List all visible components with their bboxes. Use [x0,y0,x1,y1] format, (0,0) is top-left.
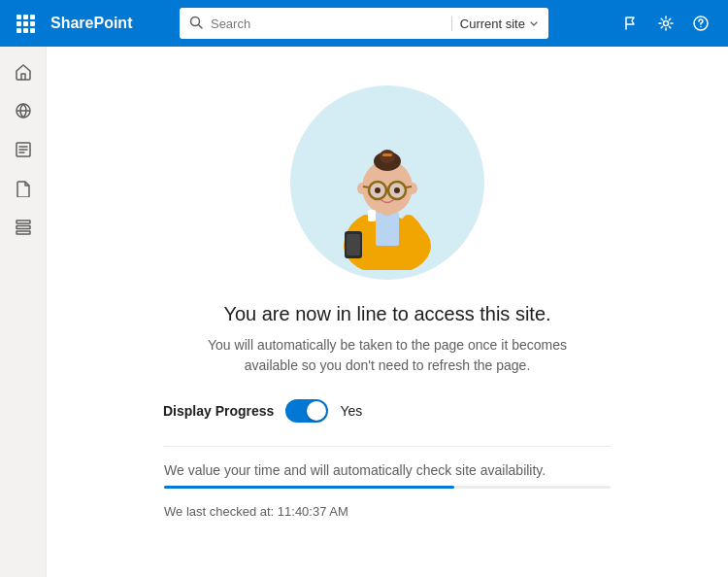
search-icon [189,16,203,32]
search-scope-selector[interactable]: Current site [451,17,539,31]
search-bar: Current site [180,8,548,39]
search-input[interactable] [211,17,444,31]
svg-point-25 [394,187,400,193]
svg-point-24 [375,187,381,193]
last-checked-text: We last checked at: 11:40:37 AM [164,504,611,519]
status-section: We value your time and will automaticall… [164,446,611,519]
svg-point-2 [663,21,668,26]
illustration [290,85,484,280]
svg-point-4 [700,26,702,28]
sidebar [0,47,47,577]
sidebar-item-document[interactable] [6,171,41,206]
brand-name: SharePoint [50,15,132,32]
svg-rect-7 [17,221,30,223]
status-text: We value your time and will automaticall… [164,462,611,478]
progress-bar [164,486,611,489]
toggle-knob [307,401,326,421]
main-content: You are now in line to access this site.… [47,47,728,577]
subtext: You will automatically be taken to the p… [183,335,591,376]
sidebar-item-global[interactable] [6,93,41,128]
display-progress-toggle[interactable] [285,399,328,423]
top-nav: SharePoint Current site [0,0,728,47]
toggle-row: Display Progress Yes [163,399,362,423]
svg-point-18 [408,183,417,194]
flag-button[interactable] [615,8,646,39]
svg-point-17 [357,183,367,194]
sidebar-item-list[interactable] [6,210,41,245]
sidebar-item-home[interactable] [6,54,41,89]
settings-button[interactable] [650,8,681,39]
nav-icons [615,8,716,39]
main-layout: You are now in line to access this site.… [0,47,728,577]
progress-bar-fill [164,486,454,489]
svg-rect-11 [376,212,399,246]
svg-line-1 [198,24,202,28]
svg-line-23 [406,187,412,187]
svg-rect-8 [17,226,30,229]
svg-rect-16 [382,153,392,156]
help-button[interactable] [685,8,716,39]
waffle-button[interactable] [12,10,39,37]
svg-rect-28 [368,210,376,221]
svg-line-22 [363,187,369,187]
svg-rect-27 [347,234,360,255]
svg-rect-9 [17,231,30,234]
toggle-state-label: Yes [340,403,362,419]
sidebar-item-pages[interactable] [6,132,41,167]
headline: You are now in line to access this site. [223,303,550,325]
toggle-label: Display Progress [163,403,274,419]
